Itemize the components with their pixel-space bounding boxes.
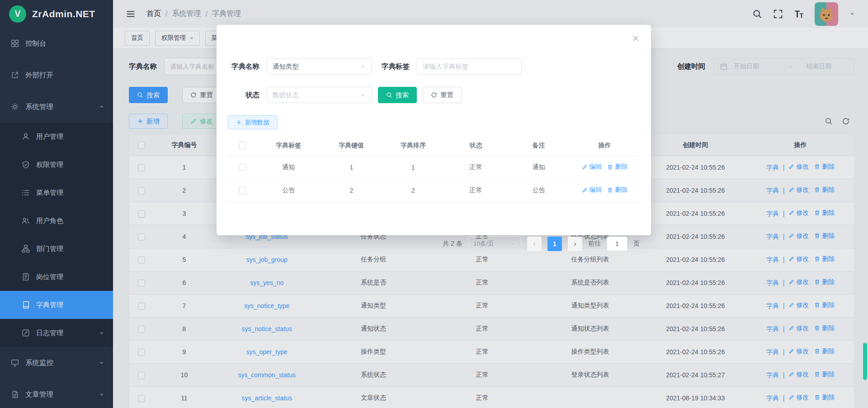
search-icon (386, 92, 392, 98)
row-checkbox[interactable] (239, 164, 246, 171)
dialog-table-row: 通知 1 1 正常 通知 编辑 删除 (228, 156, 640, 179)
page-scrollbar-thumb[interactable] (863, 343, 867, 380)
delete-label: 删除 (615, 186, 627, 194)
col-status: 状态 (444, 136, 508, 156)
page-size-value: 10条/页 (473, 240, 494, 248)
trash-icon (607, 164, 613, 170)
dict-value-cell: 2 (321, 179, 382, 202)
goto-page-input[interactable] (607, 237, 627, 251)
dict-label-label: 字典标签 (372, 62, 410, 71)
status-select[interactable]: 数据状态 (267, 87, 372, 103)
page-1-button[interactable]: 1 (547, 237, 562, 251)
status-label: 状态 (228, 90, 259, 100)
delete-row-link[interactable]: 删除 (607, 186, 627, 194)
edit-label: 编辑 (590, 163, 602, 171)
edit-row-link[interactable]: 编辑 (582, 186, 602, 194)
dialog-filter-row-1: 字典名称 通知类型 字典标签 (228, 58, 522, 75)
page-size-select[interactable]: 10条/页 (468, 237, 521, 251)
actions-cell: 编辑 删除 (570, 156, 640, 179)
dict-label-cell: 公告 (257, 179, 321, 202)
goto-label: 前往 (588, 240, 601, 248)
dialog-pagination: 共 2 条 10条/页 ‹ 1 › 前往 页 (443, 237, 640, 251)
dict-data-dialog: 字典名称 通知类型 字典标签 状态 数据状态 搜索 重置 新增数据 (217, 25, 651, 235)
dialog-filter-row-2: 状态 数据状态 搜索 重置 (228, 87, 462, 103)
add-data-button[interactable]: 新增数据 (228, 115, 278, 129)
page-unit-label: 页 (633, 240, 640, 248)
trash-icon (607, 187, 613, 193)
close-icon[interactable] (632, 35, 639, 42)
dialog-reset-button[interactable]: 重置 (423, 87, 462, 103)
row-checkbox[interactable] (239, 187, 246, 194)
status-cell: 正常 (444, 156, 508, 179)
plus-icon (236, 119, 242, 125)
edit-label: 编辑 (590, 186, 602, 194)
col-remark: 备注 (508, 136, 570, 156)
chevron-down-icon (510, 241, 516, 247)
edit-row-link[interactable]: 编辑 (582, 163, 602, 171)
dict-value-cell: 1 (321, 156, 382, 179)
add-data-label: 新增数据 (245, 119, 269, 127)
dict-label-cell: 通知 (257, 156, 321, 179)
col-dict-value: 字典键值 (321, 136, 382, 156)
dialog-toolbar: 新增数据 (228, 115, 278, 129)
dict-label-input[interactable] (417, 58, 522, 75)
actions-cell: 编辑 删除 (570, 179, 640, 202)
dialog-search-button[interactable]: 搜索 (378, 87, 417, 103)
col-dict-label: 字典标签 (257, 136, 321, 156)
dict-data-table: 字典标签 字典键值 字典排序 状态 备注 操作 通知 1 1 正常 通知 (228, 136, 640, 202)
dict-sort-cell: 2 (382, 179, 444, 202)
dialog-table-row: 公告 2 2 正常 公告 编辑 删除 (228, 179, 640, 202)
select-placeholder: 数据状态 (273, 91, 299, 100)
pagination-total: 共 2 条 (443, 240, 462, 248)
delete-label: 删除 (615, 163, 627, 171)
col-actions: 操作 (570, 136, 640, 156)
delete-row-link[interactable]: 删除 (607, 163, 627, 171)
remark-cell: 公告 (508, 179, 570, 202)
dict-name-label: 字典名称 (228, 62, 259, 71)
refresh-icon (431, 92, 437, 98)
col-dict-sort: 字典排序 (382, 136, 444, 156)
dict-sort-cell: 1 (382, 156, 444, 179)
status-cell: 正常 (444, 179, 508, 202)
dialog-table-header: 字典标签 字典键值 字典排序 状态 备注 操作 (228, 136, 640, 156)
pencil-icon (582, 187, 588, 193)
dialog-reset-label: 重置 (440, 91, 453, 100)
remark-cell: 通知 (508, 156, 570, 179)
pencil-icon (582, 164, 588, 170)
dict-name-select[interactable]: 通知类型 (267, 58, 372, 75)
chevron-down-icon (360, 63, 366, 70)
dialog-search-label: 搜索 (396, 91, 409, 100)
next-page-button[interactable]: › (568, 237, 582, 251)
select-all-checkbox[interactable] (239, 142, 246, 149)
prev-page-button[interactable]: ‹ (527, 237, 542, 251)
chevron-down-icon (360, 92, 366, 98)
selected-value: 通知类型 (273, 62, 299, 71)
